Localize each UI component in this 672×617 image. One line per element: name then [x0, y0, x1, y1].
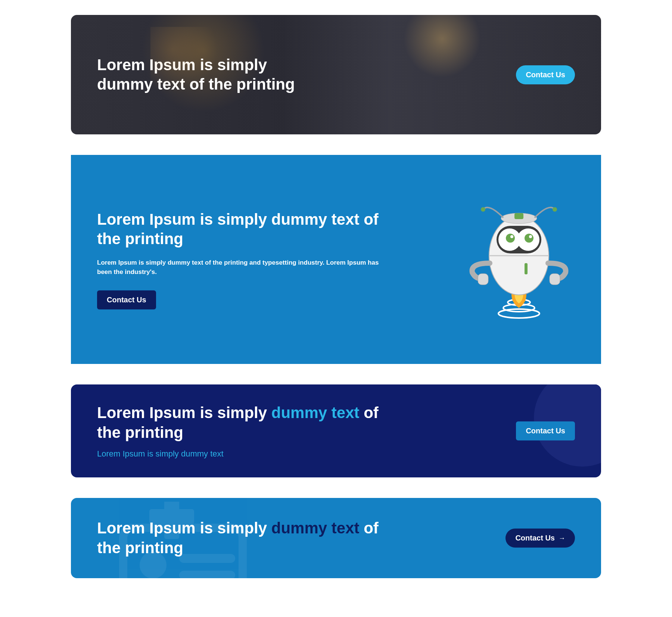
svg-point-0 — [498, 309, 539, 318]
svg-rect-16 — [514, 213, 523, 219]
heading-part1: Lorem Ipsum is simply — [97, 519, 271, 537]
svg-point-14 — [529, 235, 532, 238]
heading-highlight: dummy text — [271, 404, 360, 421]
arrow-right-icon: → — [559, 535, 565, 542]
contact-us-button[interactable]: Contact Us → — [505, 529, 575, 548]
banner-heading: Lorem Ipsum is simply dummy text of the … — [97, 210, 381, 249]
cta-banner-blue: Lorem Ipsum is simply dummy text of the … — [71, 498, 601, 578]
heading-part1: Lorem Ipsum is simply — [97, 404, 271, 421]
banner-heading: Lorem Ipsum is simply dummy text of the … — [97, 55, 314, 94]
svg-point-11 — [506, 234, 515, 243]
svg-rect-26 — [179, 571, 235, 578]
cta-banner-robot: Lorem Ipsum is simply dummy text of the … — [71, 155, 601, 364]
robot-illustration — [463, 188, 575, 330]
contact-us-button[interactable]: Contact Us — [516, 65, 575, 84]
svg-point-13 — [510, 235, 513, 238]
contact-us-button[interactable]: Contact Us — [97, 290, 156, 309]
contact-us-button[interactable]: Contact Us — [516, 421, 575, 440]
page-container: Lorem Ipsum is simply dummy text of the … — [71, 15, 601, 578]
heading-highlight: dummy text — [271, 519, 360, 537]
svg-rect-20 — [550, 274, 560, 285]
cta-banner-navy: Lorem Ipsum is simply dummy text of the … — [71, 384, 601, 477]
button-label: Contact Us — [515, 534, 555, 542]
banner-description: Lorem Ipsum is simply dummy text of the … — [97, 258, 381, 277]
banner-heading: Lorem Ipsum is simply dummy text of the … — [97, 403, 388, 442]
banner-heading: Lorem Ipsum is simply dummy text of the … — [97, 518, 388, 558]
svg-rect-6 — [525, 263, 528, 274]
banner-subtitle: Lorem Ipsum is simply dummy text — [97, 449, 388, 459]
banner-content: Lorem Ipsum is simply dummy text of the … — [97, 210, 381, 309]
banner-content: Lorem Ipsum is simply dummy text of the … — [97, 518, 388, 558]
svg-point-12 — [525, 234, 533, 243]
banner-content: Lorem Ipsum is simply dummy text of the … — [97, 403, 388, 459]
svg-point-17 — [481, 207, 485, 212]
svg-point-18 — [553, 207, 557, 212]
svg-rect-19 — [478, 274, 488, 285]
cta-banner-photo: Lorem Ipsum is simply dummy text of the … — [71, 15, 601, 134]
